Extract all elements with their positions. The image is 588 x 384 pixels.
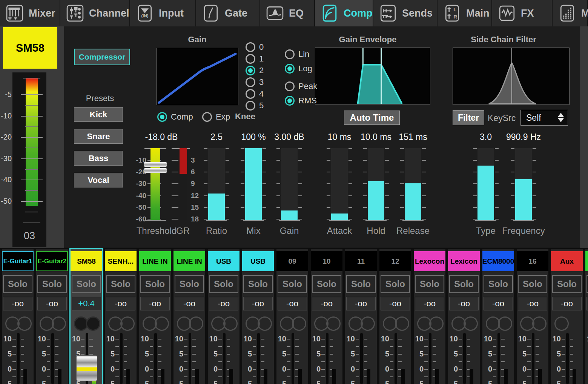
gain-slider[interactable] xyxy=(281,148,298,220)
knee-option-2-radio[interactable] xyxy=(246,66,255,75)
fader-cap[interactable] xyxy=(76,355,97,381)
preset-snare[interactable]: Snare xyxy=(74,129,123,144)
knee-option-5[interactable]: 5 xyxy=(246,101,264,111)
tab-main[interactable]: LRMain xyxy=(438,0,492,26)
channel-strip-lexicon[interactable]: LexiconSolo-oo10505 xyxy=(448,249,480,384)
channel-knob[interactable] xyxy=(155,316,169,331)
channel-knob[interactable] xyxy=(395,316,409,331)
mode-comp[interactable]: Comp xyxy=(157,112,193,122)
tab-input[interactable]: (IN)Input xyxy=(130,0,196,26)
solo-button[interactable]: Solo xyxy=(552,275,582,293)
channel-strip-16[interactable]: 16Solo-oo10505 xyxy=(517,249,548,384)
frequency-slider[interactable] xyxy=(515,148,532,220)
fader-track[interactable] xyxy=(429,333,431,384)
channel-knob[interactable] xyxy=(326,316,341,331)
knee-option-1[interactable]: 1 xyxy=(246,54,264,64)
fader-track[interactable] xyxy=(566,333,569,384)
keysrc-dropdown[interactable]: Self xyxy=(520,110,568,126)
knee-option-5-radio[interactable] xyxy=(246,101,255,111)
fader-track[interactable] xyxy=(497,333,500,384)
fader-track[interactable] xyxy=(51,333,54,384)
tab-channel[interactable]: Channel xyxy=(60,0,130,26)
channel-strip-senh[interactable]: SENH...Solo-oo10505 xyxy=(105,249,137,384)
solo-button[interactable]: Solo xyxy=(278,275,307,293)
channel-strip-eguitar1[interactable]: E-Guitar1Solo-oo10505 xyxy=(2,249,34,384)
threshold-fader-handle[interactable] xyxy=(144,162,167,174)
fader-track[interactable] xyxy=(292,333,294,384)
knee-option-3[interactable]: 3 xyxy=(246,77,264,87)
tab-fx[interactable]: FX xyxy=(492,0,553,26)
channel-knob[interactable] xyxy=(189,316,203,331)
channel-strip-09[interactable]: 09Solo-oo10505 xyxy=(276,249,308,384)
channel-strip-linein[interactable]: LINE INSolo-oo10505 xyxy=(173,249,205,384)
channel-knob[interactable] xyxy=(554,316,569,331)
channel-strip-sm58[interactable]: SM58Solo+0.410505 xyxy=(71,249,102,384)
solo-button[interactable]: Solo xyxy=(586,275,588,293)
channel-strip-linein[interactable]: LINE INSolo-oo10505 xyxy=(139,249,171,384)
preset-vocal[interactable]: Vocal xyxy=(74,173,123,187)
channel-strip-ecm8000[interactable]: ECM8000Solo-oo10505 xyxy=(482,249,514,384)
mode-exp-radio[interactable] xyxy=(202,112,212,122)
knee-option-3-radio[interactable] xyxy=(246,77,255,87)
solo-button[interactable]: Solo xyxy=(312,275,341,293)
solo-button[interactable]: Solo xyxy=(518,275,547,293)
channel-knob[interactable] xyxy=(120,316,135,331)
channel-strip-10[interactable]: 10Solo-oo10505 xyxy=(311,249,342,384)
release-slider[interactable] xyxy=(405,148,421,220)
channel-strip-aux[interactable]: AuxSolo-oo10505 xyxy=(551,249,583,384)
solo-button[interactable]: Solo xyxy=(243,275,273,293)
channel-knob[interactable] xyxy=(429,316,444,331)
env-log[interactable]: Log xyxy=(285,64,312,74)
tab-comp[interactable]: Comp xyxy=(315,0,373,26)
env-lin[interactable]: Lin xyxy=(285,49,309,59)
fader-track[interactable] xyxy=(326,333,329,384)
filter-button[interactable]: Filter xyxy=(453,110,484,125)
channel-knob[interactable] xyxy=(532,316,547,331)
knee-option-1-radio[interactable] xyxy=(246,54,255,64)
fader-track[interactable] xyxy=(257,333,260,384)
env-peak-radio[interactable] xyxy=(285,81,295,91)
solo-button[interactable]: Solo xyxy=(175,275,204,293)
attack-slider[interactable] xyxy=(331,148,348,220)
fader-track[interactable] xyxy=(17,333,20,384)
channel-strip-usb[interactable]: USBSolo-oo10505 xyxy=(242,249,274,384)
hold-slider[interactable] xyxy=(368,148,384,220)
knee-option-4-radio[interactable] xyxy=(246,89,255,99)
solo-button[interactable]: Solo xyxy=(140,275,170,293)
channel-knob[interactable] xyxy=(292,316,306,331)
solo-button[interactable]: Solo xyxy=(209,275,238,293)
fader-track[interactable] xyxy=(223,333,226,384)
solo-button[interactable]: Solo xyxy=(415,275,444,293)
channel-knob[interactable] xyxy=(361,316,375,331)
mode-exp[interactable]: Exp xyxy=(202,112,230,122)
fader-track[interactable] xyxy=(395,333,397,384)
channel-knob[interactable] xyxy=(223,316,238,331)
channel-strip-18[interactable]: Solo-oo10505 xyxy=(585,249,588,384)
preset-kick[interactable]: Kick xyxy=(74,107,123,122)
fader-track[interactable] xyxy=(463,333,466,384)
preset-bass[interactable]: Bass xyxy=(74,151,123,166)
env-rms[interactable]: RMS xyxy=(285,96,317,106)
solo-button[interactable]: Solo xyxy=(72,275,101,293)
channel-knob[interactable] xyxy=(86,316,100,331)
channel-knob[interactable] xyxy=(498,316,512,331)
channel-strip-12[interactable]: 12Solo-oo10505 xyxy=(379,249,411,384)
fader-track[interactable] xyxy=(154,333,157,384)
channel-strip-eguitar2[interactable]: E-Guitar2Solo-oo10505 xyxy=(36,249,68,384)
channel-strip-usb[interactable]: USBSolo-oo10505 xyxy=(208,249,239,384)
knee-option-0-radio[interactable] xyxy=(246,42,255,52)
tab-eq[interactable]: EQ xyxy=(260,0,315,26)
env-lin-radio[interactable] xyxy=(285,49,295,59)
solo-button[interactable]: Solo xyxy=(449,275,479,293)
tab-me[interactable]: Me xyxy=(553,0,588,26)
env-log-radio[interactable] xyxy=(285,64,295,74)
knee-option-4[interactable]: 4 xyxy=(246,89,264,99)
fader-track[interactable] xyxy=(189,333,191,384)
solo-button[interactable]: Solo xyxy=(484,275,513,293)
fader-track[interactable] xyxy=(120,333,123,384)
knee-option-0[interactable]: 0 xyxy=(246,42,264,52)
tab-gate[interactable]: Gate xyxy=(196,0,260,26)
env-peak[interactable]: Peak xyxy=(285,81,317,91)
env-rms-radio[interactable] xyxy=(285,96,295,106)
tab-mixer[interactable]: Mixer xyxy=(0,0,60,26)
